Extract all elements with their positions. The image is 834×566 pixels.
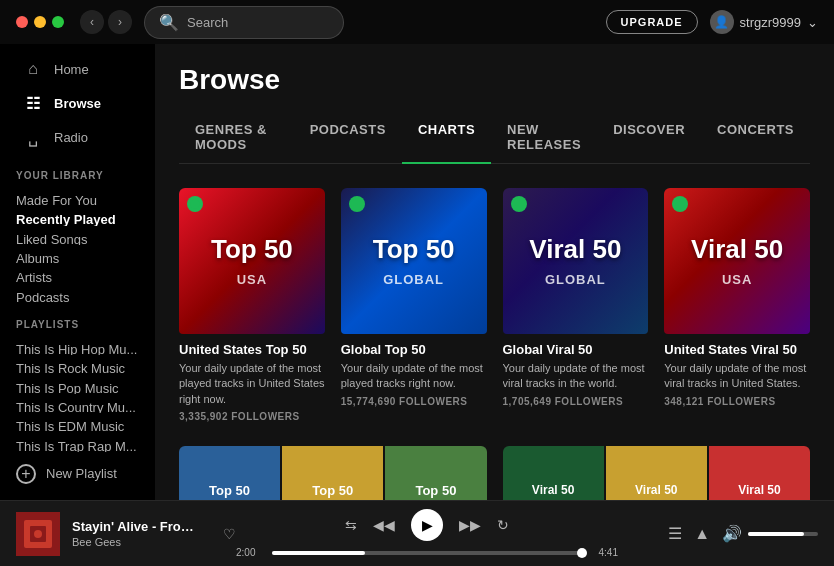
- volume-control: 🔊: [722, 524, 818, 543]
- card-big-text: Top 50: [211, 235, 293, 264]
- player-right: ☰ ▲ 🔊: [618, 524, 818, 543]
- sidebar-nav-label: Browse: [54, 96, 101, 111]
- tab-concerts[interactable]: CONCERTS: [701, 112, 810, 164]
- tab-charts[interactable]: CHARTS: [402, 112, 491, 164]
- search-bar[interactable]: 🔍: [144, 6, 344, 39]
- cards-section: Top 50 USA United States Top 50 Your dai…: [155, 164, 834, 500]
- player-controls: ⇆ ◀◀ ▶ ▶▶ ↻ 2:00 4:41: [236, 509, 618, 558]
- maximize-button[interactable]: [52, 16, 64, 28]
- tab-discover[interactable]: DISCOVER: [597, 112, 701, 164]
- queue-icon[interactable]: ☰: [668, 524, 682, 543]
- heart-icon[interactable]: ♡: [223, 526, 236, 542]
- progress-bar[interactable]: [272, 551, 582, 555]
- search-icon: 🔍: [159, 13, 179, 32]
- sub-card-big: Top 50: [312, 483, 353, 498]
- player-progress: 2:00 4:41: [236, 547, 618, 558]
- sub-card-argentina2: Viral 50 ARGENTINA: [709, 446, 810, 500]
- sidebar-item-made-for-you[interactable]: Made For You: [0, 187, 155, 206]
- sidebar: ⌂ Home ☷ Browse ␣ Radio YOUR LIBRARY Mad…: [0, 44, 155, 500]
- country-chart-inner: Viral 50 GLOBAL Viral 50 ANDORRA Viral 5…: [503, 446, 811, 500]
- sidebar-item-artists[interactable]: Artists: [0, 264, 155, 283]
- card-global-top50[interactable]: Top 50 GLOBAL Global Top 50 Your daily u…: [341, 188, 487, 422]
- library-section-label: YOUR LIBRARY: [0, 154, 155, 187]
- back-button[interactable]: ‹: [80, 10, 104, 34]
- volume-fill: [748, 532, 804, 536]
- sidebar-item-home[interactable]: ⌂ Home: [8, 52, 147, 86]
- sidebar-item-podcasts[interactable]: Podcasts: [0, 284, 155, 303]
- play-pause-button[interactable]: ▶: [411, 509, 443, 541]
- next-button[interactable]: ▶▶: [459, 517, 481, 533]
- card-top50-country[interactable]: Top 50 GLOBAL Top 50 ARGENTINA Top 50 AU…: [179, 446, 487, 500]
- tab-podcasts[interactable]: PODCASTS: [294, 112, 402, 164]
- card-info: Global Viral 50 Your daily update of the…: [503, 334, 649, 407]
- repeat-button[interactable]: ↻: [497, 517, 509, 533]
- user-info[interactable]: 👤 strgzr9999 ⌄: [710, 10, 818, 34]
- devices-icon[interactable]: ▲: [694, 525, 710, 543]
- card-image-us-top50: Top 50 USA: [179, 188, 325, 334]
- sub-card-big: Top 50: [209, 483, 250, 498]
- card-sub-text: GLOBAL: [545, 272, 606, 287]
- sidebar-item-recently-played[interactable]: Recently Played: [0, 206, 155, 225]
- card-title: United States Top 50: [179, 342, 325, 357]
- card-image-us-viral50: Viral 50 USA: [664, 188, 810, 334]
- sidebar-item-browse[interactable]: ☷ Browse: [8, 86, 147, 120]
- sub-card-big: Viral 50: [738, 483, 780, 497]
- volume-track[interactable]: [748, 532, 818, 536]
- chevron-down-icon: ⌄: [807, 15, 818, 30]
- track-info: Stayin' Alive - From "Satur... Bee Gees: [72, 519, 203, 548]
- shuffle-button[interactable]: ⇆: [345, 517, 357, 533]
- card-big-text: Top 50: [373, 235, 455, 264]
- player-buttons: ⇆ ◀◀ ▶ ▶▶ ↻: [345, 509, 509, 541]
- sub-card-andorra: Viral 50 ANDORRA: [606, 446, 707, 500]
- svg-point-0: [190, 199, 200, 209]
- minimize-button[interactable]: [34, 16, 46, 28]
- track-artist: Bee Gees: [72, 536, 203, 548]
- player-bar: Stayin' Alive - From "Satur... Bee Gees …: [0, 500, 834, 566]
- card-big-text: Viral 50: [691, 235, 783, 264]
- spotify-logo: [511, 196, 527, 212]
- card-us-viral50[interactable]: Viral 50 USA United States Viral 50 Your…: [664, 188, 810, 422]
- card-followers: 15,774,690 FOLLOWERS: [341, 396, 487, 407]
- card-followers: 3,335,902 FOLLOWERS: [179, 411, 325, 422]
- sidebar-nav-label: Home: [54, 62, 89, 77]
- volume-icon[interactable]: 🔊: [722, 524, 742, 543]
- sidebar-item-playlist-trap[interactable]: This Is Trap Rap M...: [0, 433, 155, 452]
- forward-button[interactable]: ›: [108, 10, 132, 34]
- card-image-global-top50: Top 50 GLOBAL: [341, 188, 487, 334]
- search-input[interactable]: [187, 15, 329, 30]
- country-sub-cards: Viral 50 GLOBAL Viral 50 ANDORRA Viral 5…: [503, 446, 811, 500]
- svg-point-4: [34, 530, 42, 538]
- tab-genres[interactable]: GENRES & MOODS: [179, 112, 294, 164]
- sidebar-item-playlist-rock[interactable]: This Is Rock Music: [0, 355, 155, 374]
- close-button[interactable]: [16, 16, 28, 28]
- plus-icon: +: [16, 464, 36, 484]
- country-chart-inner: Top 50 GLOBAL Top 50 ARGENTINA Top 50 AU…: [179, 446, 487, 500]
- sidebar-item-playlist-pop[interactable]: This Is Pop Music: [0, 375, 155, 394]
- playlists-section-label: PLAYLISTS: [0, 303, 155, 336]
- upgrade-button[interactable]: UPGRADE: [606, 10, 698, 34]
- player-track: Stayin' Alive - From "Satur... Bee Gees …: [16, 512, 236, 556]
- card-info: United States Top 50 Your daily update o…: [179, 334, 325, 422]
- card-followers: 1,705,649 FOLLOWERS: [503, 396, 649, 407]
- sub-card-label: GLOBAL: [535, 499, 572, 500]
- progress-dot: [577, 548, 587, 558]
- sidebar-item-playlist-hiphop[interactable]: This Is Hip Hop Mu...: [0, 336, 155, 355]
- sidebar-item-liked-songs[interactable]: Liked Songs: [0, 226, 155, 245]
- card-viral50-country[interactable]: Viral 50 GLOBAL Viral 50 ANDORRA Viral 5…: [503, 446, 811, 500]
- new-playlist-button[interactable]: + New Playlist: [0, 456, 155, 492]
- card-desc: Your daily update of the most played tra…: [179, 361, 325, 407]
- card-global-viral50[interactable]: Viral 50 GLOBAL Global Viral 50 Your dai…: [503, 188, 649, 422]
- sidebar-nav-label: Radio: [54, 130, 88, 145]
- card-title: Global Viral 50: [503, 342, 649, 357]
- card-desc: Your daily update of the most viral trac…: [664, 361, 810, 392]
- spotify-logo: [349, 196, 365, 212]
- card-us-top50[interactable]: Top 50 USA United States Top 50 Your dai…: [179, 188, 325, 422]
- sidebar-item-albums[interactable]: Albums: [0, 245, 155, 264]
- card-info: United States Viral 50 Your daily update…: [664, 334, 810, 407]
- sidebar-item-radio[interactable]: ␣ Radio: [8, 120, 147, 154]
- sidebar-item-playlist-country[interactable]: This Is Country Mu...: [0, 394, 155, 413]
- content-area: Browse GENRES & MOODS PODCASTS CHARTS NE…: [155, 44, 834, 500]
- sidebar-item-playlist-edm[interactable]: This Is EDM Music: [0, 413, 155, 432]
- tab-new-releases[interactable]: NEW RELEASES: [491, 112, 597, 164]
- prev-button[interactable]: ◀◀: [373, 517, 395, 533]
